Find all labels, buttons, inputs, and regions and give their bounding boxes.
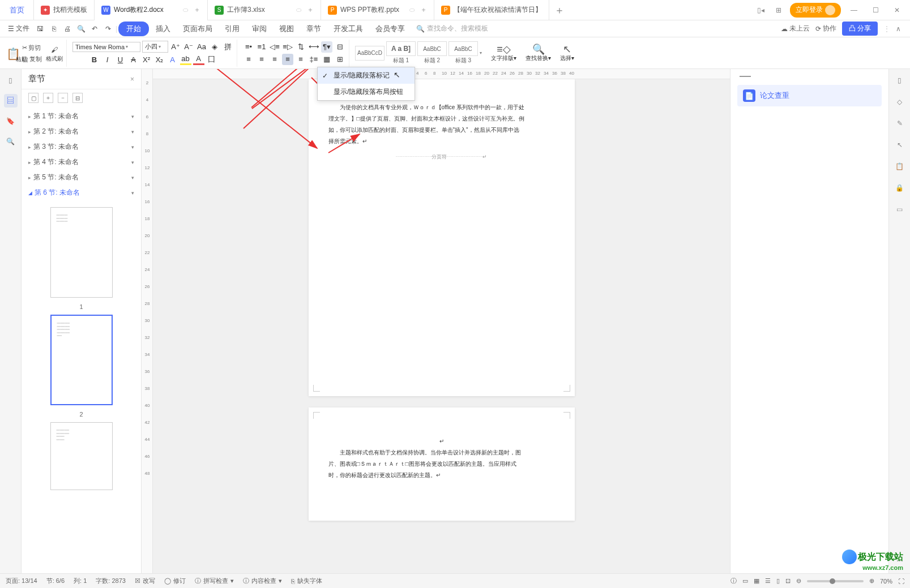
bold-icon[interactable]: B <box>89 54 100 65</box>
view-mode-icon[interactable]: ⓘ <box>730 577 737 585</box>
word-count[interactable]: 字数: 2873 <box>96 577 126 585</box>
line-spacing-icon[interactable]: ‡≡ <box>308 54 319 65</box>
align-center-icon[interactable]: ≡ <box>256 54 267 65</box>
share-button[interactable]: 凸 分享 <box>842 22 878 36</box>
tab-template[interactable]: ✦ 找稻壳模板 <box>34 0 95 20</box>
highlight-icon[interactable]: ab <box>180 54 191 65</box>
zoom-out-icon[interactable]: ⊖ <box>796 577 801 585</box>
phonetic-icon[interactable]: 拼 <box>222 41 233 53</box>
remove-tool-icon[interactable]: － <box>58 93 68 103</box>
superscript-icon[interactable]: X² <box>141 54 152 65</box>
close-icon[interactable]: ＋ <box>194 5 200 15</box>
font-size-select[interactable]: 小四▾ <box>142 41 168 53</box>
subscript-icon[interactable]: X₂ <box>154 54 165 65</box>
maximize-button[interactable]: ☐ <box>867 3 884 17</box>
indent-inc-icon[interactable]: ≡▷ <box>282 41 293 53</box>
undo-icon[interactable]: ↶ <box>88 23 101 35</box>
revise-toggle[interactable]: ☒ 改写 <box>135 577 155 585</box>
align-justify-icon[interactable]: ≡ <box>282 54 293 65</box>
read-mode-icon[interactable]: ▯ <box>776 577 780 585</box>
missing-font[interactable]: ⎘ 缺失字体 <box>291 577 322 585</box>
add-tab-button[interactable]: ＋ <box>549 3 570 17</box>
text-effect-icon[interactable]: A <box>167 54 178 65</box>
print-icon[interactable]: 🖨 <box>61 23 74 35</box>
command-search[interactable]: 🔍 查找命令、搜索模板 <box>416 24 488 33</box>
align-left-icon[interactable]: ≡ <box>243 54 254 65</box>
apps-icon[interactable]: ⊞ <box>772 3 785 17</box>
fullscreen-icon[interactable]: ⛶ <box>898 578 904 585</box>
align-distribute-icon[interactable]: ≡ <box>295 54 306 65</box>
zoom-level[interactable]: 70% <box>880 578 892 585</box>
file-menu[interactable]: ☰ 文件 <box>5 24 33 33</box>
minimize-button[interactable]: — <box>845 3 862 17</box>
style-h2[interactable]: AaBbC <box>417 41 447 56</box>
para-mark-icon[interactable]: ¶▾ <box>321 41 332 53</box>
menu-dev[interactable]: 开发工具 <box>328 22 369 36</box>
indent-dec-icon[interactable]: ◁≡ <box>269 41 280 53</box>
chapter-item[interactable]: ▸第 4 节: 未命名▾ <box>22 154 141 170</box>
chapter-item[interactable]: ▸第 5 节: 未命名▾ <box>22 170 141 185</box>
zoom-in-icon[interactable]: ⊕ <box>869 577 874 585</box>
select-icon[interactable]: ↖ <box>562 44 573 54</box>
grow-font-icon[interactable]: A⁺ <box>170 41 181 53</box>
tab-ppt1[interactable]: P WPS PPT教程.pptx ⬭ ＋ <box>321 0 434 20</box>
panel-close-icon[interactable]: × <box>130 75 134 83</box>
tab-xlsx[interactable]: S 工作簿3.xlsx ⬭ ＋ <box>208 0 321 20</box>
focus-mode-icon[interactable]: ⊡ <box>785 577 791 585</box>
close-icon[interactable]: ＋ <box>420 5 427 15</box>
page-thumbnail[interactable]: ═════════════════════ <box>50 207 113 298</box>
format-painter-icon[interactable]: 🖌 <box>49 45 59 55</box>
underline-icon[interactable]: U <box>115 54 126 65</box>
search-icon[interactable]: 🔍 <box>4 135 18 148</box>
menu-member[interactable]: 会员专享 <box>370 22 411 36</box>
outline-icon[interactable]: ☰ <box>765 577 771 585</box>
cut-button[interactable]: ✂ 剪切 <box>20 42 44 53</box>
page-indicator[interactable]: 页面: 13/14 <box>6 577 37 585</box>
config-tool-icon[interactable]: ⊟ <box>72 93 83 103</box>
sort-icon[interactable]: ⇅ <box>295 41 306 53</box>
bookmark-icon[interactable]: 🔖 <box>4 114 18 128</box>
chapter-item[interactable]: ▸第 2 节: 未命名▾ <box>22 124 141 139</box>
cloud-status[interactable]: ☁ 未上云 <box>781 24 810 33</box>
panel-handle-icon[interactable] <box>740 76 751 77</box>
page-view-icon[interactable]: ▯ <box>4 74 18 87</box>
menu-chapter[interactable]: 章节 <box>301 22 327 36</box>
coop-button[interactable]: ⟳ 协作 <box>815 24 836 33</box>
chapter-item-active[interactable]: ◢第 6 节: 未命名▾ <box>22 185 141 200</box>
spell-check[interactable]: ⓘ 拼写检查 ▾ <box>195 577 234 585</box>
expand-tool-icon[interactable]: ▢ <box>28 93 39 103</box>
diamond-icon[interactable]: ◇ <box>893 95 907 109</box>
align-right-icon[interactable]: ≡ <box>269 54 280 65</box>
font-color-icon[interactable]: A <box>193 54 204 65</box>
home-tab[interactable]: 首页 <box>0 0 34 20</box>
style-h1[interactable]: A a B] <box>386 41 416 56</box>
tab-ppt2[interactable]: P 【端午狂欢祝福浓情满节日】 <box>434 0 549 20</box>
dd-show-hide-layout-btn[interactable]: 显示/隐藏段落布局按钮 <box>318 84 415 100</box>
document-page[interactable]: ↵ 主题和样式也有助于文档保持协调。当你单击设计并选择新的主题时，图 片、图表或… <box>309 407 575 521</box>
menu-review[interactable]: 审阅 <box>246 22 272 36</box>
redo-icon[interactable]: ↷ <box>102 23 114 35</box>
italic-icon[interactable]: I <box>102 54 113 65</box>
tabs-icon[interactable]: ⊟ <box>334 41 345 53</box>
close-button[interactable]: ✕ <box>888 3 905 17</box>
clear-format-icon[interactable]: ◈ <box>209 41 220 53</box>
menu-reference[interactable]: 引用 <box>219 22 245 36</box>
column-indicator[interactable]: 列: 1 <box>74 577 87 585</box>
lock-icon[interactable]: 🔒 <box>893 181 907 195</box>
close-icon[interactable]: ＋ <box>307 5 314 15</box>
pin-icon[interactable]: ⬭ <box>183 6 188 14</box>
font-name-select[interactable]: Times New Roma▾ <box>72 42 140 52</box>
style-normal[interactable]: AaBbCcD <box>355 46 384 61</box>
text-layout-icon[interactable]: ≡◇ <box>499 44 509 54</box>
pin-icon[interactable]: ⬭ <box>296 6 301 14</box>
sidebar-toggle-icon[interactable]: ▯ <box>893 74 907 87</box>
page-thumbnail-active[interactable]: ═══════════════════════════════════ <box>50 315 113 405</box>
print-layout-icon[interactable]: ▭ <box>742 577 748 585</box>
chapter-item[interactable]: ▸第 1 节: 未命名▾ <box>22 109 141 124</box>
content-check[interactable]: ⓘ 内容检查 ▾ <box>243 577 282 585</box>
tab-word-doc[interactable]: W Word教程2.docx ⬭ ＋ <box>95 0 208 20</box>
shrink-font-icon[interactable]: A⁻ <box>183 41 194 53</box>
preview-icon[interactable]: 🔍 <box>75 23 87 35</box>
menu-layout[interactable]: 页面布局 <box>177 22 218 36</box>
styles-more-icon[interactable]: ▾ <box>480 50 482 55</box>
